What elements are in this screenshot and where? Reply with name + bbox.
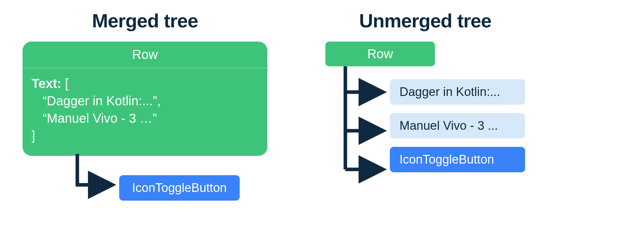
unmerged-tree-column: Unmerged tree Row Dagger in Kotlin:... [325, 10, 525, 181]
merged-row-node: Row Text: [ “Dagger in Kotlin:...”, “Man… [23, 42, 267, 156]
merged-tree-column: Merged tree Row Text: [ “Dagger in Kotli… [23, 10, 267, 201]
merged-row-label: Row [23, 42, 267, 68]
unmerged-leaf-1: Dagger in Kotlin:... [390, 79, 525, 105]
unmerged-title: Unmerged tree [359, 10, 491, 32]
merged-text-line2: “Manuel Vivo - 3 …” [32, 109, 258, 127]
unmerged-leaf-3: IconToggleButton [390, 147, 525, 172]
merged-child-node: IconToggleButton [119, 175, 240, 201]
bracket-open: [ [62, 76, 69, 90]
bracket-close: ] [32, 128, 35, 143]
merged-text-body: Text: [ “Dagger in Kotlin:...”, “Manuel … [23, 68, 267, 156]
merged-text-key: Text: [32, 76, 62, 90]
unmerged-row-node: Row [325, 42, 435, 66]
merged-child-wrap: IconToggleButton [23, 156, 267, 201]
unmerged-wrap: Row Dagger in Kotlin:... Manuel Vivo - 3… [325, 42, 525, 181]
arrow-icon [74, 154, 126, 196]
unmerged-children: Dagger in Kotlin:... Manuel Vivo - 3 ...… [325, 79, 525, 172]
merged-title: Merged tree [92, 10, 198, 32]
unmerged-leaf-2: Manuel Vivo - 3 ... [390, 113, 525, 138]
tree-connector-icon [341, 66, 399, 189]
merged-text-line1: “Dagger in Kotlin:...”, [32, 92, 258, 109]
